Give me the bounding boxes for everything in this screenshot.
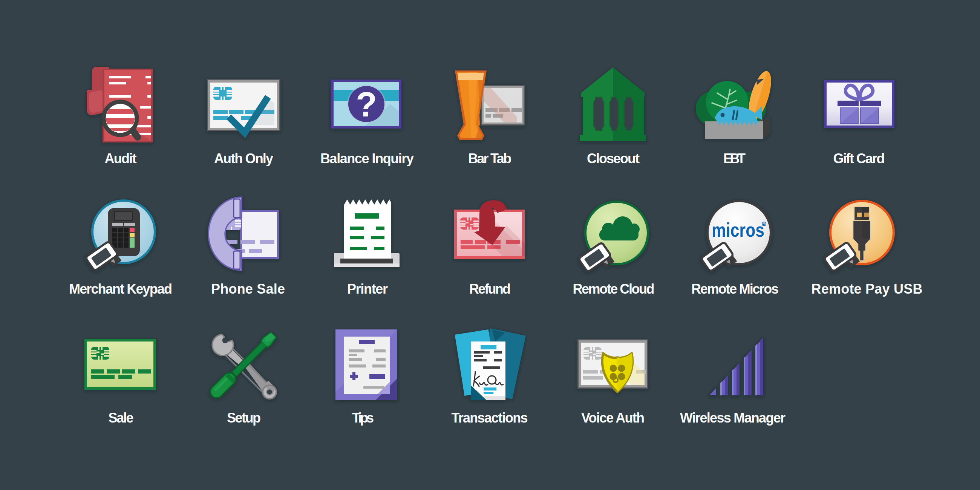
svg-text:Transactions: Transactions: [452, 410, 528, 426]
svg-text:Remote Micros: Remote Micros: [691, 281, 779, 297]
svg-text:Merchant Keypad: Merchant Keypad: [69, 281, 172, 297]
svg-text:micros: micros: [712, 219, 764, 241]
svg-text:EBT: EBT: [723, 151, 746, 166]
svg-text:Audit: Audit: [105, 151, 137, 166]
svg-text:Closeout: Closeout: [587, 151, 640, 166]
svg-text:Printer: Printer: [347, 281, 388, 297]
svg-text:Gift Card: Gift Card: [834, 151, 885, 166]
svg-text:Sale: Sale: [108, 410, 134, 426]
svg-text:Phone Sale: Phone Sale: [211, 281, 285, 297]
svg-text:Auth Only: Auth Only: [214, 151, 273, 166]
svg-text:?: ?: [356, 85, 377, 124]
svg-text:Remote Pay USB: Remote Pay USB: [811, 281, 923, 297]
svg-text:Voice Auth: Voice Auth: [581, 410, 644, 426]
svg-text:Wireless Manager: Wireless Manager: [680, 410, 786, 426]
svg-text:Balance Inquiry: Balance Inquiry: [320, 151, 414, 166]
svg-text:Setup: Setup: [227, 410, 261, 426]
svg-text:Tips: Tips: [352, 410, 374, 426]
svg-text:Remote Cloud: Remote Cloud: [573, 281, 655, 297]
svg-text:Bar Tab: Bar Tab: [468, 151, 511, 166]
svg-text:Refund: Refund: [469, 281, 511, 297]
svg-text:R: R: [763, 223, 765, 226]
